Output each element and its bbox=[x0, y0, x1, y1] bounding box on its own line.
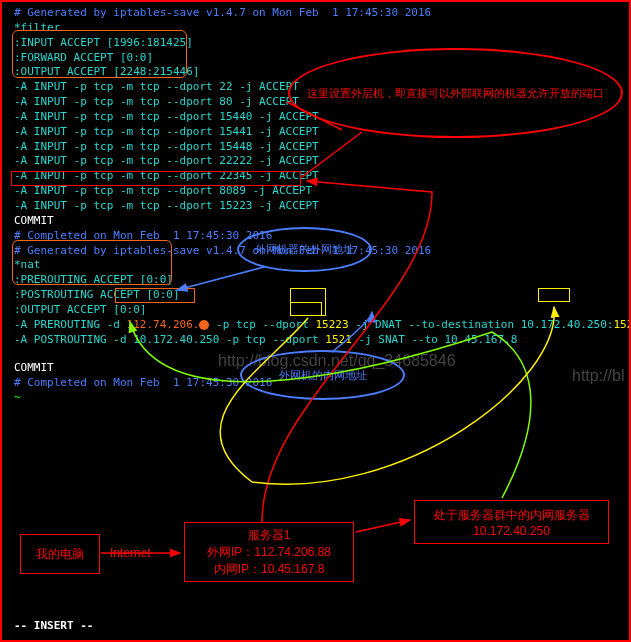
annotation-text: 外网机器的外网地址 bbox=[255, 242, 354, 257]
comment-line: # Generated by iptables-save v1.4.7 on M… bbox=[2, 6, 629, 21]
wan-ip-box bbox=[115, 288, 195, 303]
annotation-wan-address: 外网机器的外网地址 bbox=[237, 227, 372, 272]
dest-port: 1521 bbox=[613, 318, 631, 331]
port-15223-highlight bbox=[11, 171, 301, 186]
dport: 15223 bbox=[315, 318, 348, 331]
wan-ip: 112.74.206. bbox=[127, 318, 200, 331]
annotation-bubble-red: 这里设置外层机，即直接可以外部联网的机器允许开放的端口 bbox=[288, 48, 623, 138]
dport2: 1521 bbox=[325, 333, 352, 346]
my-computer-box: 我的电脑 bbox=[20, 534, 100, 574]
filter-highlight-box bbox=[12, 30, 187, 78]
insert-mode: -- INSERT -- bbox=[14, 619, 93, 632]
server1-title: 服务器1 bbox=[248, 527, 291, 544]
server1-wan: 外网IP：112.74.206.88 bbox=[207, 544, 331, 561]
nat-highlight-box bbox=[12, 240, 172, 285]
my-computer-label: 我的电脑 bbox=[36, 546, 84, 563]
annotation-text: 这里设置外层机，即直接可以外部联网的机器允许开放的端口 bbox=[307, 86, 604, 101]
rule-line: -A INPUT -p tcp -m tcp --dport 8089 -j A… bbox=[2, 184, 629, 199]
annotation-lan-address: 外网机的内网地址 bbox=[240, 350, 405, 400]
snat-to: 10.45.167.8 bbox=[445, 333, 518, 346]
watermark: http://bl bbox=[572, 367, 624, 385]
port-1521-box-b bbox=[290, 302, 322, 316]
server1-box: 服务器1 外网IP：112.74.206.88 内网IP：10.45.167.8 bbox=[184, 522, 354, 582]
prerouting-rule: -A PREROUTING -d 112.74.206. -p tcp --dp… bbox=[2, 318, 629, 333]
svg-line-1 bbox=[356, 520, 410, 532]
internet-label: Internet bbox=[110, 546, 151, 560]
internal-server-box: 处于服务器群中的内网服务器 10.172.40.250 bbox=[414, 500, 609, 544]
annotation-text: 外网机的内网地址 bbox=[279, 368, 367, 383]
rule-line: -A INPUT -p tcp -m tcp --dport 15448 -j … bbox=[2, 140, 629, 155]
rule-line: -A INPUT -p tcp -m tcp --dport 15223 -j … bbox=[2, 199, 629, 214]
censor-dot bbox=[199, 320, 209, 330]
internal-server-title: 处于服务器群中的内网服务器 bbox=[434, 507, 590, 524]
rule-line: -A INPUT -p tcp -m tcp --dport 22222 -j … bbox=[2, 154, 629, 169]
internal-server-ip: 10.172.40.250 bbox=[473, 524, 550, 538]
postrouting-rule: -A POSTROUTING -d 10.172.40.250 -p tcp -… bbox=[2, 333, 629, 348]
server1-lan: 内网IP：10.45.167.8 bbox=[214, 561, 325, 578]
lan-target: 10.172.40.250 bbox=[133, 333, 219, 346]
port-1521-box-a bbox=[538, 288, 570, 302]
dest-ip: 10.172.40.250 bbox=[521, 318, 607, 331]
